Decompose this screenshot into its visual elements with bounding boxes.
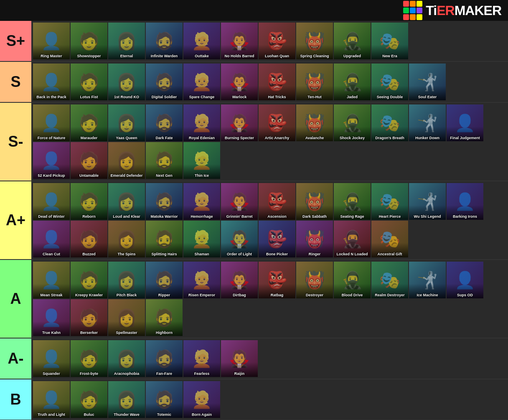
- character-card[interactable]: 👱Hemorrhage: [183, 183, 220, 220]
- character-card[interactable]: 👩Emerald Defender: [108, 142, 145, 179]
- character-img: 👤True Kahn: [33, 299, 70, 336]
- character-card[interactable]: 🧔Matoka Warrior: [146, 183, 183, 220]
- character-card[interactable]: 👤Squander: [33, 340, 70, 377]
- character-card[interactable]: 👩Spellmaster: [108, 299, 145, 336]
- character-card[interactable]: 👤Dead of Winter: [33, 183, 70, 220]
- character-card[interactable]: 👩The Spins: [108, 221, 145, 257]
- character-card[interactable]: 👤Truth and Light: [33, 381, 70, 418]
- character-card[interactable]: 🧑Lotus Fist: [71, 64, 107, 100]
- character-card[interactable]: 👤Clean Cut: [33, 221, 70, 257]
- character-card[interactable]: 🧔Dark Fate: [146, 104, 183, 141]
- character-card[interactable]: 🎭Seeing Double: [371, 64, 408, 100]
- character-card[interactable]: 👤True Kahn: [33, 299, 70, 336]
- character-card[interactable]: 🥷Blood Drive: [334, 262, 371, 298]
- character-card[interactable]: 👺Ascension: [259, 183, 295, 220]
- character-name: Spring Cleaning: [296, 45, 333, 59]
- character-card[interactable]: 🎭Ancestral Gift: [371, 221, 408, 257]
- character-card[interactable]: 🧔Digital Soldier: [146, 64, 183, 100]
- character-card[interactable]: 👱Royal Edenian: [183, 104, 220, 141]
- character-card[interactable]: 👤Barking Irons: [447, 183, 483, 220]
- character-img: 🧔Dark Fate: [146, 104, 183, 141]
- character-card[interactable]: 🎭Heart Pierce: [371, 183, 408, 220]
- character-card[interactable]: 🧔Next Gen: [146, 142, 183, 179]
- character-card[interactable]: 👩Pitch Black: [108, 262, 145, 298]
- character-card[interactable]: 👺Artic Anarchy: [259, 104, 295, 141]
- character-card[interactable]: 👱Spare Change: [183, 64, 220, 100]
- character-card[interactable]: 👤Final Judgement: [447, 104, 483, 141]
- character-card[interactable]: 🧔Ripper: [146, 262, 183, 298]
- character-card[interactable]: 👱Thin Ice: [183, 142, 220, 179]
- character-card[interactable]: 🧑Buzzed: [71, 221, 107, 257]
- character-card[interactable]: 👩Thunder Wave: [108, 381, 145, 418]
- character-card[interactable]: 👹Ten-Hut: [296, 64, 333, 100]
- character-card[interactable]: 🤺Wu Shi Legend: [409, 183, 446, 220]
- character-name: Fearless: [183, 362, 220, 377]
- character-card[interactable]: 🧑Frost-byte: [71, 340, 107, 377]
- character-card[interactable]: 👹Ringer: [296, 221, 333, 257]
- character-card[interactable]: 👩Yaas Queen: [108, 104, 145, 141]
- character-card[interactable]: 🧛Warlock: [221, 64, 258, 100]
- character-card[interactable]: 🧑Marauder: [71, 104, 107, 141]
- character-name: Aracnophobia: [108, 362, 145, 377]
- character-card[interactable]: 🤺Hunker Down: [409, 104, 446, 141]
- logo-cell-2: [410, 1, 416, 7]
- character-card[interactable]: 👱Born Again: [183, 381, 220, 418]
- character-card[interactable]: 👤Sups OD: [447, 262, 483, 298]
- character-card[interactable]: 👩1st Round KO: [108, 64, 145, 100]
- character-card[interactable]: 👤Mean Streak: [33, 262, 70, 298]
- character-name: Avalanche: [296, 127, 333, 141]
- character-card[interactable]: 🥷Jaded: [334, 64, 371, 100]
- character-card[interactable]: 🤺Soul Eater: [409, 64, 446, 100]
- character-img: 🧛Dirtbag: [221, 262, 258, 298]
- character-card[interactable]: 👹Spring Cleaning: [296, 23, 333, 59]
- character-card[interactable]: 👩Loud and Klear: [108, 183, 145, 220]
- character-card[interactable]: 🧑Buluc: [71, 381, 107, 418]
- character-card[interactable]: 👺Ratbag: [259, 262, 295, 298]
- character-card[interactable]: 🧛Raijin: [221, 340, 258, 377]
- character-card[interactable]: 🧛Burning Specter: [221, 104, 258, 141]
- character-card[interactable]: 🧑Kreepy Krawler: [71, 262, 107, 298]
- character-card[interactable]: 🧔Totemic: [146, 381, 183, 418]
- character-card[interactable]: 👺Bone Picker: [259, 221, 295, 257]
- character-card[interactable]: 🧛Order of Light: [221, 221, 258, 257]
- character-card[interactable]: 🎭Dragon's Breath: [371, 104, 408, 141]
- character-img: 👱Royal Edenian: [183, 104, 220, 141]
- character-card[interactable]: 👱Fearless: [183, 340, 220, 377]
- character-card[interactable]: 🧛No Holds Barred: [221, 23, 258, 59]
- character-card[interactable]: 👩Eternal: [108, 23, 145, 59]
- character-card[interactable]: 🥷Shock Jockey: [334, 104, 371, 141]
- character-card[interactable]: 🥷Seating Rage: [334, 183, 371, 220]
- character-img: 👺Hat Tricks: [259, 64, 295, 100]
- character-card[interactable]: 👱Shaman: [183, 221, 220, 257]
- character-card[interactable]: 👺Luohan Quan: [259, 23, 295, 59]
- character-card[interactable]: 🧑Reborn: [71, 183, 107, 220]
- logo-grid: [403, 1, 422, 20]
- logo-cell-4: [403, 8, 409, 13]
- character-card[interactable]: 🤺Ice Machine: [409, 262, 446, 298]
- character-card[interactable]: 👹Avalanche: [296, 104, 333, 141]
- character-card[interactable]: 👺Hat Tricks: [259, 64, 295, 100]
- character-card[interactable]: 🧑Untamable: [71, 142, 107, 179]
- character-card[interactable]: 🥷Upgraded: [334, 23, 371, 59]
- character-card[interactable]: 👹Dark Sabbath: [296, 183, 333, 220]
- character-card[interactable]: 👤Ring Master: [33, 23, 70, 59]
- character-card[interactable]: 🧑Showstopper: [71, 23, 107, 59]
- character-card[interactable]: 👩Aracnophobia: [108, 340, 145, 377]
- character-card[interactable]: 🧔Infinite Warden: [146, 23, 183, 59]
- character-card[interactable]: 👤52 Kard Pickup: [33, 142, 70, 179]
- character-card[interactable]: 🧔Fan-Fare: [146, 340, 183, 377]
- character-card[interactable]: 👤Force of Nature: [33, 104, 70, 141]
- character-card[interactable]: 👱Outtake: [183, 23, 220, 59]
- character-card[interactable]: 👹Destroyer: [296, 262, 333, 298]
- character-card[interactable]: 🧔Splitting Hairs: [146, 221, 183, 257]
- character-card[interactable]: 👤Back in the Pack: [33, 64, 70, 100]
- character-card[interactable]: 🧛Dirtbag: [221, 262, 258, 298]
- character-card[interactable]: 🧑Berserker: [71, 299, 107, 336]
- character-card[interactable]: 🎭Realm Destroyer: [371, 262, 408, 298]
- character-card[interactable]: 🎭New Era: [371, 23, 408, 59]
- character-card[interactable]: 🧔Highborn: [146, 299, 183, 336]
- character-card[interactable]: 👱Risen Emperor: [183, 262, 220, 298]
- tier-row-s-plus: S+👤Ring Master🧑Showstopper👩Eternal🧔Infin…: [0, 21, 508, 62]
- character-card[interactable]: 🥷Locked N Loaded: [334, 221, 371, 257]
- character-card[interactable]: 🧛Grinnin' Barret: [221, 183, 258, 220]
